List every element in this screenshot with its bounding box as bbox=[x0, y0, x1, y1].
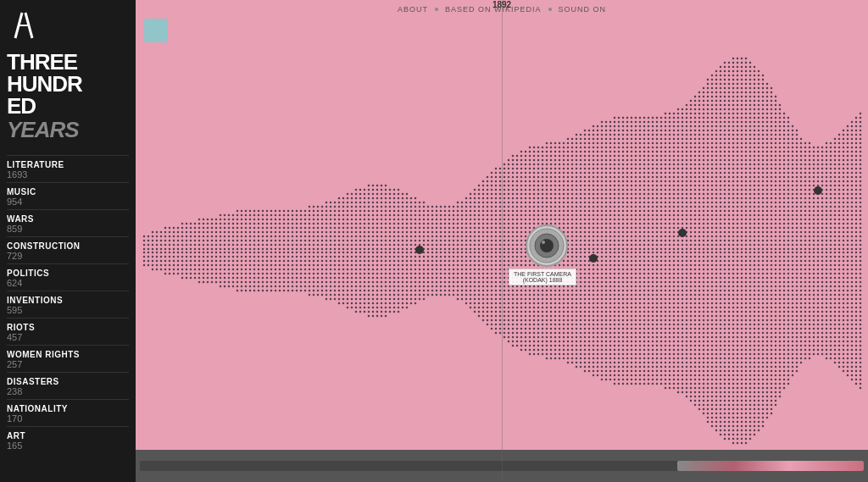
scrollbar-thumb[interactable] bbox=[677, 461, 864, 471]
title-line2: HUNDR bbox=[7, 73, 129, 95]
category-list: Literature 1693 Music 954 Wars 859 Const… bbox=[7, 155, 129, 453]
category-item-women-rights[interactable]: Women Rights 257 bbox=[7, 345, 129, 372]
category-item-politics[interactable]: Politics 624 bbox=[7, 263, 129, 291]
nav-dot-1 bbox=[435, 8, 438, 11]
camera-image bbox=[526, 224, 568, 267]
svg-point-5 bbox=[540, 239, 554, 252]
camera-label: THE FIRST CAMERA (KODAK) 1888 bbox=[509, 269, 576, 285]
svg-point-6 bbox=[542, 241, 545, 244]
category-item-music[interactable]: Music 954 bbox=[7, 182, 129, 209]
dot-marker-1 bbox=[415, 246, 424, 254]
nav-dot-2 bbox=[548, 8, 552, 11]
category-item-literature[interactable]: Literature 1693 bbox=[7, 155, 129, 182]
camera-tooltip: THE FIRST CAMERA (KODAK) 1888 bbox=[526, 224, 568, 267]
title-block: THREE HUNDR ED YEARS bbox=[7, 51, 129, 143]
nav-about[interactable]: About bbox=[398, 5, 428, 14]
dot-marker-2 bbox=[589, 254, 598, 263]
category-item-inventions[interactable]: Inventions 595 bbox=[7, 291, 129, 318]
dot-marker-4 bbox=[814, 186, 822, 195]
category-item-construction[interactable]: Construction 729 bbox=[7, 236, 129, 263]
dot-marker-3 bbox=[678, 229, 687, 237]
title-line1: THREE bbox=[7, 51, 129, 73]
category-item-disasters[interactable]: Disasters 238 bbox=[7, 372, 129, 399]
category-item-nationality[interactable]: Nationality 170 bbox=[7, 399, 129, 426]
sidebar: THREE HUNDR ED YEARS Literature 1693 Mus… bbox=[0, 0, 136, 482]
category-item-riots[interactable]: Riots 457 bbox=[7, 318, 129, 345]
center-line bbox=[502, 0, 503, 482]
logo bbox=[7, 8, 129, 42]
main-viz: About Based on Wikipedia Sound On 1892 T… bbox=[136, 0, 868, 482]
category-item-wars[interactable]: Wars 859 bbox=[7, 209, 129, 236]
title-years: YEARS bbox=[7, 117, 129, 143]
logo-icon bbox=[7, 8, 41, 42]
category-item-art[interactable]: Art 165 bbox=[7, 426, 129, 453]
year-indicator: 1892 bbox=[492, 0, 511, 9]
nav-sound[interactable]: Sound On bbox=[559, 5, 607, 14]
title-line3: ED bbox=[7, 95, 129, 117]
